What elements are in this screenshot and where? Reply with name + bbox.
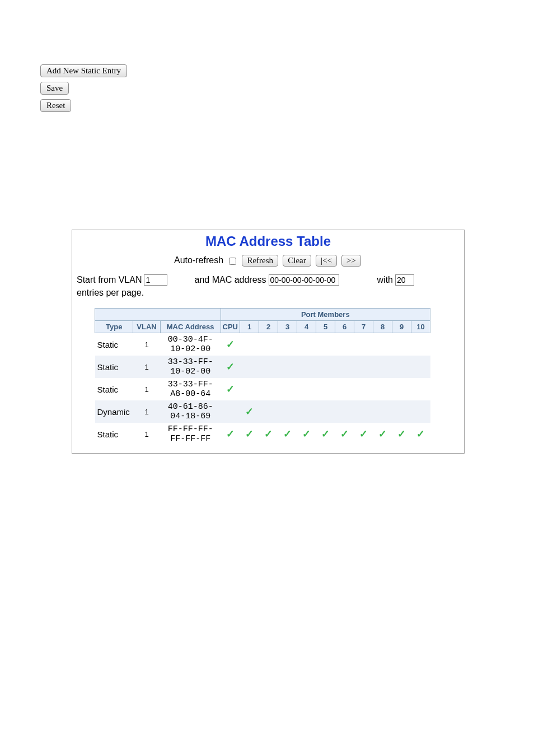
cell-vlan: 1 (133, 356, 160, 378)
cell-port-1 (240, 356, 259, 378)
cell-port-6 (335, 400, 354, 423)
cell-port-9 (392, 378, 411, 400)
and-mac-label: and MAC address (194, 275, 266, 285)
check-icon: ✓ (283, 428, 292, 440)
cell-cpu (221, 400, 240, 423)
cell-mac: FF-FF-FF-FF-FF-FF (160, 423, 221, 445)
entries-per-page-input[interactable] (395, 274, 414, 286)
table-header-port-members: Port Members (221, 309, 430, 321)
table-header-blank (95, 309, 221, 321)
check-icon: ✓ (226, 384, 235, 395)
refresh-button[interactable]: Refresh (242, 255, 278, 267)
cell-port-7: ✓ (354, 423, 373, 445)
cell-mac: 00-30-4F-10-02-00 (160, 333, 221, 356)
cell-port-7 (354, 378, 373, 400)
cell-port-9: ✓ (392, 423, 411, 445)
cell-port-9 (392, 333, 411, 356)
mac-address-input[interactable] (269, 274, 339, 286)
cell-port-7 (354, 333, 373, 356)
table-row: Dynamic140-61-86-04-18-69✓ (95, 400, 430, 423)
cell-vlan: 1 (133, 378, 160, 400)
cell-port-2 (259, 333, 278, 356)
cell-port-5 (316, 333, 335, 356)
auto-refresh-label: Auto-refresh (174, 255, 223, 265)
mac-address-table-panel: MAC Address Table Auto-refresh Refresh C… (72, 230, 465, 454)
cell-type: Static (95, 378, 133, 400)
cell-cpu: ✓ (221, 378, 240, 400)
cell-port-8 (373, 378, 392, 400)
check-icon: ✓ (397, 428, 406, 440)
cell-port-5: ✓ (316, 423, 335, 445)
cell-port-4: ✓ (297, 423, 316, 445)
cell-port-4 (297, 400, 316, 423)
cell-port-7 (354, 400, 373, 423)
cell-mac: 40-61-86-04-18-69 (160, 400, 221, 423)
reset-button[interactable]: Reset (40, 99, 71, 112)
cell-port-3 (278, 356, 297, 378)
cell-port-10 (411, 378, 430, 400)
start-vlan-input[interactable] (144, 274, 167, 286)
table-header-type: Type (95, 321, 133, 333)
table-header-mac: MAC Address (160, 321, 221, 333)
cell-cpu: ✓ (221, 423, 240, 445)
start-vlan-label: Start from VLAN (77, 275, 142, 285)
cell-port-8: ✓ (373, 423, 392, 445)
check-icon: ✓ (416, 428, 425, 440)
table-header-port-4: 4 (297, 321, 316, 333)
check-icon: ✓ (264, 428, 273, 440)
save-button[interactable]: Save (40, 82, 69, 95)
cell-cpu: ✓ (221, 356, 240, 378)
cell-cpu: ✓ (221, 333, 240, 356)
control-row: Auto-refresh Refresh Clear |<< >> (72, 255, 464, 267)
filter-row: Start from VLAN and MAC address with ent… (72, 274, 464, 298)
check-icon: ✓ (245, 428, 254, 440)
add-new-static-entry-button[interactable]: Add New Static Entry (40, 64, 127, 77)
cell-port-6 (335, 356, 354, 378)
cell-port-7 (354, 356, 373, 378)
cell-port-3 (278, 400, 297, 423)
cell-port-1 (240, 333, 259, 356)
table-header-vlan: VLAN (133, 321, 160, 333)
cell-port-3: ✓ (278, 423, 297, 445)
cell-port-8 (373, 400, 392, 423)
cell-port-10 (411, 400, 430, 423)
cell-type: Static (95, 333, 133, 356)
page-next-button[interactable]: >> (341, 255, 361, 267)
table-header-port-3: 3 (278, 321, 297, 333)
cell-port-1: ✓ (240, 423, 259, 445)
cell-mac: 33-33-FF-10-02-00 (160, 356, 221, 378)
check-icon: ✓ (359, 428, 368, 440)
cell-port-4 (297, 333, 316, 356)
cell-port-2 (259, 356, 278, 378)
clear-button[interactable]: Clear (283, 255, 311, 267)
cell-port-3 (278, 378, 297, 400)
check-icon: ✓ (378, 428, 387, 440)
cell-vlan: 1 (133, 333, 160, 356)
table-header-port-7: 7 (354, 321, 373, 333)
page-first-button[interactable]: |<< (316, 255, 337, 267)
cell-type: Static (95, 423, 133, 445)
mac-address-table: Port Members Type VLAN MAC Address CPU 1… (95, 308, 430, 445)
cell-port-8 (373, 333, 392, 356)
cell-port-10 (411, 356, 430, 378)
table-header-port-6: 6 (335, 321, 354, 333)
cell-port-9 (392, 400, 411, 423)
check-icon: ✓ (226, 428, 235, 440)
cell-port-4 (297, 356, 316, 378)
cell-vlan: 1 (133, 400, 160, 423)
check-icon: ✓ (302, 428, 311, 440)
cell-port-5 (316, 400, 335, 423)
table-header-port-10: 10 (411, 321, 430, 333)
table-row: Static100-30-4F-10-02-00✓ (95, 333, 430, 356)
table-row: Static133-33-FF-A8-00-64✓ (95, 378, 430, 400)
auto-refresh-checkbox[interactable] (229, 258, 236, 265)
cell-port-2 (259, 400, 278, 423)
table-header-port-9: 9 (392, 321, 411, 333)
check-icon: ✓ (340, 428, 349, 440)
table-header-port-1: 1 (240, 321, 259, 333)
with-label: with (377, 275, 393, 285)
panel-title: MAC Address Table (72, 234, 464, 249)
cell-port-10 (411, 333, 430, 356)
check-icon: ✓ (226, 339, 235, 350)
cell-port-2 (259, 378, 278, 400)
